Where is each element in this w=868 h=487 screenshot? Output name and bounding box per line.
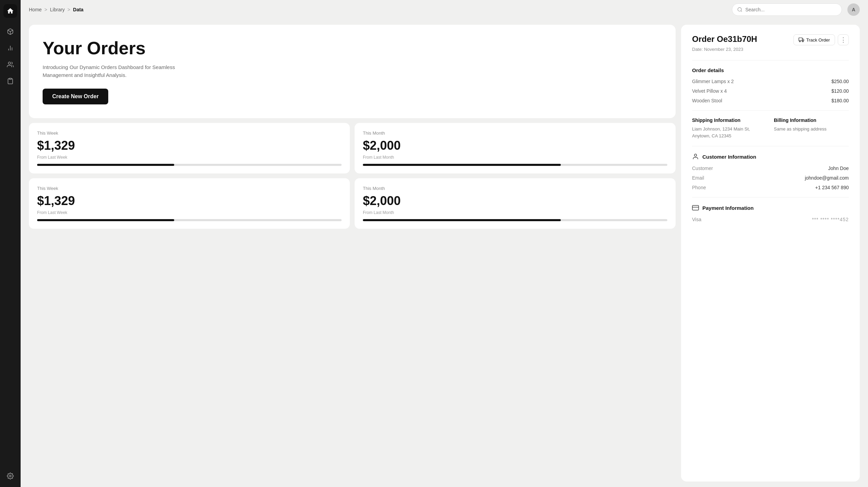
divider-2: [692, 110, 849, 111]
progress-bg-3: [363, 219, 667, 221]
progress-fill-1: [363, 164, 561, 166]
order-date: Date: November 23, 2023: [692, 47, 849, 52]
order-line-2: Wooden Stool $180.00: [692, 98, 849, 103]
box-icon[interactable]: [3, 25, 17, 38]
customer-row-2: Phone +1 234 567 890: [692, 185, 849, 190]
svg-point-6: [10, 475, 11, 477]
stat-sublabel-0: From Last Week: [37, 155, 342, 160]
track-order-button[interactable]: Track Order: [793, 34, 835, 45]
order-line-1: Velvet Pillow x 4 $120.00: [692, 88, 849, 94]
stat-card-0: This Week $1,329 From Last Week: [29, 123, 350, 173]
track-btn-label: Track Order: [806, 37, 830, 43]
order-item-price-0: $250.00: [831, 79, 849, 84]
breadcrumb-sep2: >: [67, 7, 70, 12]
breadcrumb-current: Data: [73, 7, 84, 12]
stat-value-0: $1,329: [37, 138, 342, 153]
stat-sublabel-2: From Last Week: [37, 210, 342, 215]
shipping-title: Shipping Information: [692, 117, 767, 123]
customer-section: Customer Information Customer John Doe E…: [692, 153, 849, 190]
stat-label-3: This Month: [363, 186, 667, 191]
shipping-info: Shipping Information Liam Johnson, 1234 …: [692, 117, 767, 139]
stat-sublabel-3: From Last Month: [363, 210, 667, 215]
divider-1: [692, 60, 849, 60]
svg-rect-9: [799, 38, 802, 41]
sidebar-logo[interactable]: [3, 4, 17, 18]
order-header-actions: Track Order ⋮: [793, 34, 849, 45]
stat-label-1: This Month: [363, 131, 667, 136]
order-title: Order Oe31b70H: [692, 34, 757, 44]
sidebar: [0, 0, 21, 487]
breadcrumb-home[interactable]: Home: [29, 7, 42, 12]
svg-point-7: [738, 8, 742, 11]
search-icon: [737, 7, 743, 12]
order-item-price-2: $180.00: [831, 98, 849, 103]
payment-section: Payment Information Visa *** **** ****45…: [692, 204, 849, 222]
shipping-billing-grid: Shipping Information Liam Johnson, 1234 …: [692, 117, 849, 139]
shipping-address: Liam Johnson, 1234 Main St, Anytown, CA …: [692, 126, 767, 139]
billing-info: Billing Information Same as shipping add…: [774, 117, 849, 139]
create-new-order-button[interactable]: Create New Order: [43, 89, 108, 104]
order-item-name-1: Velvet Pillow x 4: [692, 88, 727, 94]
clipboard-icon[interactable]: [3, 74, 17, 88]
order-item-name-2: Wooden Stool: [692, 98, 722, 103]
divider-3: [692, 146, 849, 146]
hero-title: Your Orders: [43, 38, 662, 58]
breadcrumb-library[interactable]: Library: [50, 7, 65, 12]
svg-point-11: [802, 41, 803, 42]
order-item-name-0: Glimmer Lamps x 2: [692, 79, 734, 84]
search-input[interactable]: [745, 7, 837, 12]
progress-fill-0: [37, 164, 174, 166]
payment-label-0: Visa: [692, 217, 701, 222]
payment-row-0: Visa *** **** ****452: [692, 217, 849, 222]
stat-value-2: $1,329: [37, 194, 342, 208]
customer-label-0: Customer: [692, 166, 713, 171]
svg-point-12: [694, 154, 697, 157]
hero-subtitle: Introducing Our Dynamic Orders Dashboard…: [43, 64, 187, 79]
svg-point-10: [799, 41, 800, 42]
customer-value-1: johndoe@gmail.com: [805, 175, 849, 181]
user-icon: [692, 153, 699, 160]
divider-4: [692, 197, 849, 197]
svg-line-8: [741, 11, 742, 12]
customer-row-0: Customer John Doe: [692, 166, 849, 171]
breadcrumb-sep1: >: [44, 7, 47, 12]
billing-text: Same as shipping address: [774, 126, 849, 133]
chart-icon[interactable]: [3, 41, 17, 55]
order-item-price-1: $120.00: [831, 88, 849, 94]
billing-title: Billing Information: [774, 117, 849, 123]
payment-section-header: Payment Information: [692, 204, 849, 211]
order-line-0: Glimmer Lamps x 2 $250.00: [692, 79, 849, 84]
customer-label-2: Phone: [692, 185, 706, 190]
stat-value-3: $2,000: [363, 194, 667, 208]
main-content: Home > Library > Data A Your Orders Intr…: [21, 0, 868, 487]
progress-bg-2: [37, 219, 342, 221]
credit-card-icon: [692, 204, 699, 211]
stat-value-1: $2,000: [363, 138, 667, 153]
stat-sublabel-1: From Last Month: [363, 155, 667, 160]
stat-card-2: This Week $1,329 From Last Week: [29, 178, 350, 229]
progress-bg-0: [37, 164, 342, 166]
left-panel: Your Orders Introducing Our Dynamic Orde…: [29, 25, 676, 482]
customer-value-0: John Doe: [828, 166, 849, 171]
truck-icon: [799, 37, 804, 43]
order-details-title: Order details: [692, 67, 849, 73]
svg-point-4: [8, 62, 11, 65]
more-options-button[interactable]: ⋮: [838, 34, 849, 45]
progress-bg-1: [363, 164, 667, 166]
customer-section-title: Customer Information: [702, 154, 756, 160]
svg-rect-5: [9, 78, 12, 79]
stat-label-2: This Week: [37, 186, 342, 191]
customer-value-2: +1 234 567 890: [815, 185, 849, 190]
people-icon[interactable]: [3, 58, 17, 71]
payment-value-0: *** **** ****452: [812, 217, 849, 222]
header: Home > Library > Data A: [21, 0, 868, 19]
customer-section-header: Customer Information: [692, 153, 849, 160]
body-area: Your Orders Introducing Our Dynamic Orde…: [21, 19, 868, 487]
settings-icon[interactable]: [3, 469, 17, 483]
avatar[interactable]: A: [847, 3, 860, 16]
payment-section-title: Payment Information: [702, 205, 754, 211]
order-header: Order Oe31b70H Track Order ⋮: [692, 34, 849, 45]
stat-card-1: This Month $2,000 From Last Month: [355, 123, 676, 173]
stat-card-3: This Month $2,000 From Last Month: [355, 178, 676, 229]
progress-fill-2: [37, 219, 174, 221]
